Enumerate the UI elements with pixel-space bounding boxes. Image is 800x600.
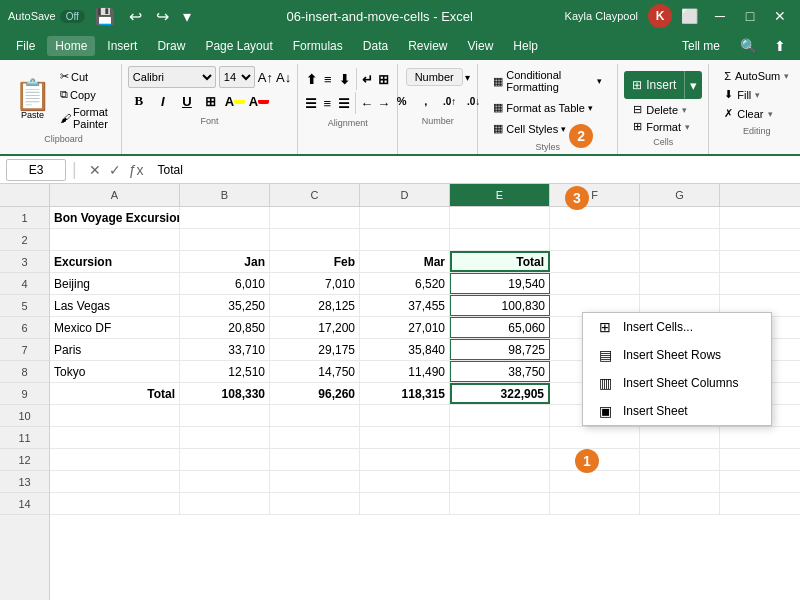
- col-header-e[interactable]: E: [450, 184, 550, 206]
- row-num-12[interactable]: 12: [0, 449, 49, 471]
- cell-f11[interactable]: [550, 427, 640, 448]
- cell-a9[interactable]: Total: [50, 383, 180, 404]
- cell-e1[interactable]: [450, 207, 550, 228]
- cell-reference-box[interactable]: E3: [6, 159, 66, 181]
- cell-a12[interactable]: [50, 449, 180, 470]
- conditional-formatting-button[interactable]: ▦ Conditional Formatting ▾: [484, 66, 611, 96]
- cell-d13[interactable]: [360, 471, 450, 492]
- row-num-2[interactable]: 2: [0, 229, 49, 251]
- cell-e11[interactable]: [450, 427, 550, 448]
- align-top-button[interactable]: ⬆: [304, 68, 318, 90]
- confirm-formula-icon[interactable]: ✓: [107, 160, 123, 180]
- cell-b7[interactable]: 33,710: [180, 339, 270, 360]
- align-right-button[interactable]: ☰: [336, 92, 350, 114]
- merge-button[interactable]: ⊞: [377, 68, 391, 90]
- cell-b12[interactable]: [180, 449, 270, 470]
- cell-c1[interactable]: [270, 207, 360, 228]
- menu-review[interactable]: Review: [400, 36, 455, 56]
- cell-g4[interactable]: [640, 273, 720, 294]
- border-button[interactable]: ⊞: [200, 90, 222, 112]
- save-icon[interactable]: 💾: [91, 5, 119, 28]
- insert-sheet-rows-item[interactable]: ▤ Insert Sheet Rows: [583, 341, 771, 369]
- cell-a11[interactable]: [50, 427, 180, 448]
- cell-a3[interactable]: Excursion: [50, 251, 180, 272]
- row-num-5[interactable]: 5: [0, 295, 49, 317]
- cell-g3[interactable]: [640, 251, 720, 272]
- cell-f2[interactable]: [550, 229, 640, 250]
- cell-c13[interactable]: [270, 471, 360, 492]
- cell-e13[interactable]: [450, 471, 550, 492]
- align-middle-button[interactable]: ≡: [321, 68, 335, 90]
- row-num-6[interactable]: 6: [0, 317, 49, 339]
- cell-b6[interactable]: 20,850: [180, 317, 270, 338]
- cell-d8[interactable]: 11,490: [360, 361, 450, 382]
- insert-cells-item[interactable]: ⊞ Insert Cells...: [583, 313, 771, 341]
- cell-e8[interactable]: 38,750: [450, 361, 550, 382]
- cell-d3[interactable]: Mar: [360, 251, 450, 272]
- insert-dropdown-button[interactable]: ▾: [684, 71, 702, 99]
- cell-g12[interactable]: [640, 449, 720, 470]
- cell-b4[interactable]: 6,010: [180, 273, 270, 294]
- cell-f14[interactable]: [550, 493, 640, 514]
- align-bottom-button[interactable]: ⬇: [337, 68, 351, 90]
- delete-button[interactable]: ⊟ Delete ▾: [624, 101, 702, 118]
- format-button[interactable]: ⊞ Format ▾: [624, 118, 702, 135]
- cell-g11[interactable]: [640, 427, 720, 448]
- minimize-button[interactable]: ─: [708, 4, 732, 28]
- row-num-4[interactable]: 4: [0, 273, 49, 295]
- cell-c8[interactable]: 14,750: [270, 361, 360, 382]
- insert-sheet-item[interactable]: ▣ Insert Sheet: [583, 397, 771, 425]
- align-left-button[interactable]: ☰: [304, 92, 318, 114]
- col-header-f[interactable]: F: [550, 184, 640, 206]
- row-num-1[interactable]: 1: [0, 207, 49, 229]
- cell-f4[interactable]: [550, 273, 640, 294]
- menu-file[interactable]: File: [8, 36, 43, 56]
- decrease-indent-button[interactable]: ←: [359, 92, 374, 114]
- cell-b9[interactable]: 108,330: [180, 383, 270, 404]
- cell-d11[interactable]: [360, 427, 450, 448]
- col-header-g[interactable]: G: [640, 184, 720, 206]
- cell-c11[interactable]: [270, 427, 360, 448]
- cell-d9[interactable]: 118,315: [360, 383, 450, 404]
- font-name-select[interactable]: Calibri: [128, 66, 216, 88]
- clear-button[interactable]: ✗ Clear ▾: [715, 105, 798, 122]
- cell-f13[interactable]: [550, 471, 640, 492]
- autosum-button[interactable]: Σ AutoSum ▾: [715, 68, 798, 84]
- cell-e6[interactable]: 65,060: [450, 317, 550, 338]
- cell-c14[interactable]: [270, 493, 360, 514]
- copy-button[interactable]: ⧉ Copy: [55, 86, 113, 103]
- cell-d6[interactable]: 27,010: [360, 317, 450, 338]
- cell-d10[interactable]: [360, 405, 450, 426]
- redo-icon[interactable]: ↪: [152, 5, 173, 28]
- cell-e14[interactable]: [450, 493, 550, 514]
- cell-a2[interactable]: [50, 229, 180, 250]
- increase-font-icon[interactable]: A↑: [258, 70, 273, 85]
- cell-a14[interactable]: [50, 493, 180, 514]
- row-num-3[interactable]: 3: [0, 251, 49, 273]
- format-painter-button[interactable]: 🖌 Format Painter: [55, 104, 113, 132]
- underline-button[interactable]: U: [176, 90, 198, 112]
- cell-d5[interactable]: 37,455: [360, 295, 450, 316]
- cut-button[interactable]: ✂ Cut: [55, 68, 113, 85]
- align-center-button[interactable]: ≡: [320, 92, 334, 114]
- menu-data[interactable]: Data: [355, 36, 396, 56]
- fill-color-button[interactable]: A: [224, 90, 246, 112]
- row-num-9[interactable]: 9: [0, 383, 49, 405]
- cell-a10[interactable]: [50, 405, 180, 426]
- paste-button[interactable]: 📋 Paste: [14, 80, 51, 120]
- cell-b11[interactable]: [180, 427, 270, 448]
- cell-a13[interactable]: [50, 471, 180, 492]
- menu-help[interactable]: Help: [505, 36, 546, 56]
- cell-d1[interactable]: [360, 207, 450, 228]
- cell-g13[interactable]: [640, 471, 720, 492]
- cell-f1[interactable]: [550, 207, 640, 228]
- cell-b8[interactable]: 12,510: [180, 361, 270, 382]
- menu-draw[interactable]: Draw: [149, 36, 193, 56]
- cell-e7[interactable]: 98,725: [450, 339, 550, 360]
- format-as-table-button[interactable]: ▦ Format as Table ▾: [484, 98, 611, 117]
- row-num-10[interactable]: 10: [0, 405, 49, 427]
- cell-b3[interactable]: Jan: [180, 251, 270, 272]
- col-header-c[interactable]: C: [270, 184, 360, 206]
- cell-b13[interactable]: [180, 471, 270, 492]
- col-header-b[interactable]: B: [180, 184, 270, 206]
